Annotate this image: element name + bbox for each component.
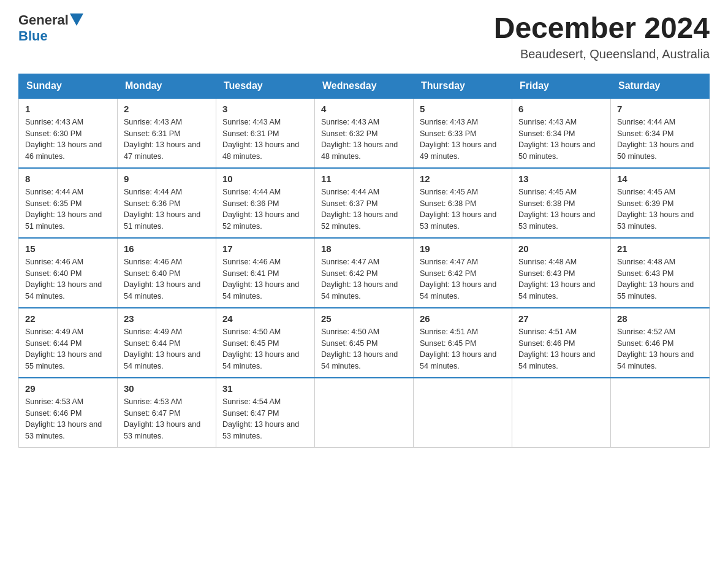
logo-arrow-icon bbox=[70, 13, 83, 26]
day-info: Sunrise: 4:44 AM Sunset: 6:36 PM Dayligh… bbox=[124, 186, 210, 232]
day-info: Sunrise: 4:47 AM Sunset: 6:42 PM Dayligh… bbox=[321, 256, 407, 302]
calendar-cell bbox=[611, 378, 710, 448]
day-number: 14 bbox=[617, 174, 703, 184]
calendar-cell: 5 Sunrise: 4:43 AM Sunset: 6:33 PM Dayli… bbox=[414, 98, 512, 168]
day-info: Sunrise: 4:46 AM Sunset: 6:40 PM Dayligh… bbox=[124, 256, 210, 302]
calendar-cell: 18 Sunrise: 4:47 AM Sunset: 6:42 PM Dayl… bbox=[315, 238, 414, 308]
calendar-cell: 10 Sunrise: 4:44 AM Sunset: 6:36 PM Dayl… bbox=[216, 168, 315, 238]
day-info: Sunrise: 4:43 AM Sunset: 6:31 PM Dayligh… bbox=[222, 117, 308, 163]
day-info: Sunrise: 4:44 AM Sunset: 6:37 PM Dayligh… bbox=[321, 186, 407, 232]
day-number: 26 bbox=[420, 313, 506, 324]
calendar-cell: 13 Sunrise: 4:45 AM Sunset: 6:38 PM Dayl… bbox=[512, 168, 611, 238]
day-header-sunday: Sunday bbox=[19, 74, 118, 98]
calendar-week-row: 29 Sunrise: 4:53 AM Sunset: 6:46 PM Dayl… bbox=[19, 378, 710, 448]
calendar-cell: 16 Sunrise: 4:46 AM Sunset: 6:40 PM Dayl… bbox=[118, 238, 216, 308]
day-info: Sunrise: 4:44 AM Sunset: 6:35 PM Dayligh… bbox=[25, 186, 111, 232]
day-info: Sunrise: 4:49 AM Sunset: 6:44 PM Dayligh… bbox=[25, 326, 111, 372]
day-number: 28 bbox=[617, 313, 703, 324]
day-number: 1 bbox=[25, 104, 111, 114]
day-number: 2 bbox=[124, 104, 210, 114]
day-info: Sunrise: 4:46 AM Sunset: 6:41 PM Dayligh… bbox=[222, 256, 308, 302]
calendar-week-row: 22 Sunrise: 4:49 AM Sunset: 6:44 PM Dayl… bbox=[19, 308, 710, 378]
day-info: Sunrise: 4:43 AM Sunset: 6:34 PM Dayligh… bbox=[518, 117, 604, 163]
calendar-cell bbox=[414, 378, 512, 448]
day-number: 16 bbox=[124, 243, 210, 254]
calendar-cell: 20 Sunrise: 4:48 AM Sunset: 6:43 PM Dayl… bbox=[512, 238, 611, 308]
day-number: 19 bbox=[420, 243, 506, 254]
day-number: 29 bbox=[25, 383, 111, 394]
calendar-cell: 4 Sunrise: 4:43 AM Sunset: 6:32 PM Dayli… bbox=[315, 98, 414, 168]
day-header-thursday: Thursday bbox=[414, 74, 512, 98]
day-number: 31 bbox=[222, 383, 308, 394]
day-header-monday: Monday bbox=[118, 74, 216, 98]
day-info: Sunrise: 4:54 AM Sunset: 6:47 PM Dayligh… bbox=[222, 396, 308, 442]
calendar-cell: 31 Sunrise: 4:54 AM Sunset: 6:47 PM Dayl… bbox=[216, 378, 315, 448]
day-info: Sunrise: 4:51 AM Sunset: 6:46 PM Dayligh… bbox=[518, 326, 604, 372]
day-info: Sunrise: 4:49 AM Sunset: 6:44 PM Dayligh… bbox=[124, 326, 210, 372]
day-number: 24 bbox=[222, 313, 308, 324]
day-info: Sunrise: 4:53 AM Sunset: 6:46 PM Dayligh… bbox=[25, 396, 111, 442]
day-number: 9 bbox=[124, 174, 210, 184]
svg-marker-0 bbox=[70, 13, 83, 26]
day-number: 12 bbox=[420, 174, 506, 184]
day-header-wednesday: Wednesday bbox=[315, 74, 414, 98]
day-number: 21 bbox=[617, 243, 703, 254]
day-number: 4 bbox=[321, 104, 407, 114]
logo: General Blue bbox=[18, 12, 83, 44]
day-number: 30 bbox=[124, 383, 210, 394]
day-info: Sunrise: 4:53 AM Sunset: 6:47 PM Dayligh… bbox=[124, 396, 210, 442]
day-info: Sunrise: 4:48 AM Sunset: 6:43 PM Dayligh… bbox=[617, 256, 703, 302]
day-info: Sunrise: 4:47 AM Sunset: 6:42 PM Dayligh… bbox=[420, 256, 506, 302]
day-number: 10 bbox=[222, 174, 308, 184]
day-info: Sunrise: 4:48 AM Sunset: 6:43 PM Dayligh… bbox=[518, 256, 604, 302]
day-info: Sunrise: 4:44 AM Sunset: 6:34 PM Dayligh… bbox=[617, 117, 703, 163]
calendar-cell: 27 Sunrise: 4:51 AM Sunset: 6:46 PM Dayl… bbox=[512, 308, 611, 378]
day-info: Sunrise: 4:52 AM Sunset: 6:46 PM Dayligh… bbox=[617, 326, 703, 372]
day-info: Sunrise: 4:43 AM Sunset: 6:31 PM Dayligh… bbox=[124, 117, 210, 163]
calendar-week-row: 15 Sunrise: 4:46 AM Sunset: 6:40 PM Dayl… bbox=[19, 238, 710, 308]
day-header-saturday: Saturday bbox=[611, 74, 710, 98]
day-info: Sunrise: 4:50 AM Sunset: 6:45 PM Dayligh… bbox=[222, 326, 308, 372]
day-number: 22 bbox=[25, 313, 111, 324]
day-number: 11 bbox=[321, 174, 407, 184]
calendar-cell: 2 Sunrise: 4:43 AM Sunset: 6:31 PM Dayli… bbox=[118, 98, 216, 168]
day-info: Sunrise: 4:45 AM Sunset: 6:38 PM Dayligh… bbox=[420, 186, 506, 232]
day-number: 20 bbox=[518, 243, 604, 254]
logo-blue-text: Blue bbox=[18, 28, 48, 44]
calendar-cell: 25 Sunrise: 4:50 AM Sunset: 6:45 PM Dayl… bbox=[315, 308, 414, 378]
day-number: 6 bbox=[518, 104, 604, 114]
day-info: Sunrise: 4:50 AM Sunset: 6:45 PM Dayligh… bbox=[321, 326, 407, 372]
title-block: December 2024 Beaudesert, Queensland, Au… bbox=[494, 12, 710, 61]
calendar-cell: 19 Sunrise: 4:47 AM Sunset: 6:42 PM Dayl… bbox=[414, 238, 512, 308]
calendar-cell: 9 Sunrise: 4:44 AM Sunset: 6:36 PM Dayli… bbox=[118, 168, 216, 238]
day-info: Sunrise: 4:45 AM Sunset: 6:38 PM Dayligh… bbox=[518, 186, 604, 232]
day-number: 7 bbox=[617, 104, 703, 114]
day-info: Sunrise: 4:43 AM Sunset: 6:33 PM Dayligh… bbox=[420, 117, 506, 163]
location-subtitle: Beaudesert, Queensland, Australia bbox=[494, 47, 710, 61]
day-number: 13 bbox=[518, 174, 604, 184]
day-info: Sunrise: 4:44 AM Sunset: 6:36 PM Dayligh… bbox=[222, 186, 308, 232]
calendar-cell: 29 Sunrise: 4:53 AM Sunset: 6:46 PM Dayl… bbox=[19, 378, 118, 448]
calendar-cell bbox=[315, 378, 414, 448]
day-info: Sunrise: 4:45 AM Sunset: 6:39 PM Dayligh… bbox=[617, 186, 703, 232]
calendar-cell: 21 Sunrise: 4:48 AM Sunset: 6:43 PM Dayl… bbox=[611, 238, 710, 308]
day-info: Sunrise: 4:43 AM Sunset: 6:32 PM Dayligh… bbox=[321, 117, 407, 163]
day-number: 3 bbox=[222, 104, 308, 114]
calendar-cell: 8 Sunrise: 4:44 AM Sunset: 6:35 PM Dayli… bbox=[19, 168, 118, 238]
calendar-cell: 3 Sunrise: 4:43 AM Sunset: 6:31 PM Dayli… bbox=[216, 98, 315, 168]
calendar-cell: 1 Sunrise: 4:43 AM Sunset: 6:30 PM Dayli… bbox=[19, 98, 118, 168]
calendar-week-row: 1 Sunrise: 4:43 AM Sunset: 6:30 PM Dayli… bbox=[19, 98, 710, 168]
calendar-cell: 6 Sunrise: 4:43 AM Sunset: 6:34 PM Dayli… bbox=[512, 98, 611, 168]
calendar-cell: 23 Sunrise: 4:49 AM Sunset: 6:44 PM Dayl… bbox=[118, 308, 216, 378]
calendar-week-row: 8 Sunrise: 4:44 AM Sunset: 6:35 PM Dayli… bbox=[19, 168, 710, 238]
calendar-cell: 26 Sunrise: 4:51 AM Sunset: 6:45 PM Dayl… bbox=[414, 308, 512, 378]
day-number: 25 bbox=[321, 313, 407, 324]
day-header-friday: Friday bbox=[512, 74, 611, 98]
calendar-cell: 12 Sunrise: 4:45 AM Sunset: 6:38 PM Dayl… bbox=[414, 168, 512, 238]
calendar-cell: 17 Sunrise: 4:46 AM Sunset: 6:41 PM Dayl… bbox=[216, 238, 315, 308]
calendar-table: SundayMondayTuesdayWednesdayThursdayFrid… bbox=[18, 74, 710, 448]
calendar-cell: 24 Sunrise: 4:50 AM Sunset: 6:45 PM Dayl… bbox=[216, 308, 315, 378]
day-number: 5 bbox=[420, 104, 506, 114]
calendar-cell: 22 Sunrise: 4:49 AM Sunset: 6:44 PM Dayl… bbox=[19, 308, 118, 378]
calendar-cell: 7 Sunrise: 4:44 AM Sunset: 6:34 PM Dayli… bbox=[611, 98, 710, 168]
